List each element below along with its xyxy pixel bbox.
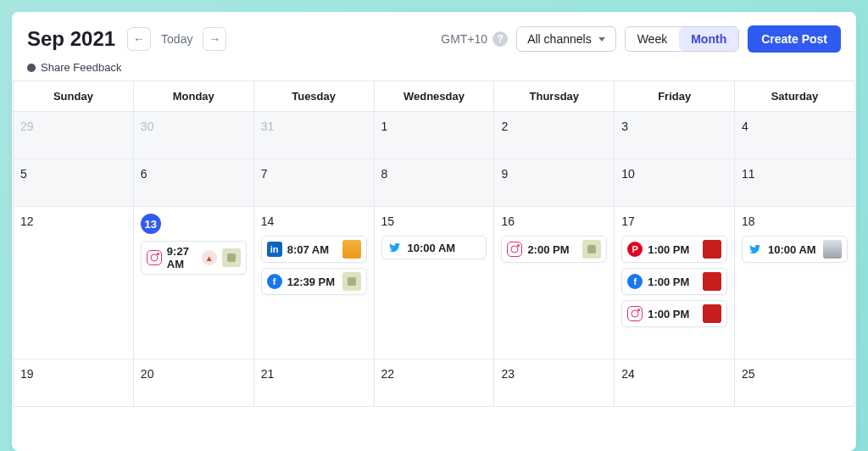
post-time: 1:00 PM: [648, 276, 689, 288]
day-cell[interactable]: 24: [615, 359, 735, 407]
day-cell[interactable]: 31: [253, 112, 374, 159]
day-cell[interactable]: 1: [374, 112, 494, 159]
post-thumbnail: [703, 240, 721, 259]
post-card[interactable]: 1:00 PM: [621, 300, 727, 327]
share-feedback-label: Share Feedback: [41, 61, 121, 74]
post-time: 10:00 AM: [408, 242, 456, 254]
calendar-panel: Sep 2021 ← Today → GMT+10 ? All channels…: [12, 12, 856, 451]
post-card[interactable]: f 12:39 PM: [261, 268, 367, 295]
post-card[interactable]: 9:27 AM ▲: [141, 241, 247, 275]
day-header: Tuesday: [253, 81, 374, 112]
day-cell[interactable]: 7: [253, 159, 374, 207]
month-title: Sep 2021: [27, 27, 115, 51]
day-number: 19: [20, 367, 34, 381]
posts-list: 9:27 AM ▲: [141, 241, 247, 275]
post-card[interactable]: 2:00 PM: [501, 236, 607, 263]
day-cell[interactable]: 22: [374, 359, 494, 407]
post-thumbnail: [342, 272, 361, 291]
next-month-button[interactable]: →: [203, 27, 226, 51]
day-number: 31: [261, 120, 275, 133]
chat-icon: [27, 64, 36, 72]
day-number: 8: [381, 167, 388, 181]
facebook-icon: f: [267, 274, 282, 289]
day-cell[interactable]: 15 10:00 AM: [374, 207, 494, 359]
post-time: 1:00 PM: [648, 243, 689, 256]
day-number: 11: [742, 167, 755, 181]
day-number: 9: [501, 167, 508, 181]
post-time: 10:00 AM: [768, 243, 816, 256]
channels-filter-button[interactable]: All channels: [516, 26, 616, 52]
linkedin-icon: in: [267, 242, 282, 257]
day-cell[interactable]: 14 in 8:07 AM f 12:39 PM: [253, 207, 374, 359]
share-feedback-link[interactable]: Share Feedback: [12, 58, 856, 81]
day-number: 17: [621, 214, 635, 228]
posts-list: 10:00 AM: [742, 236, 848, 263]
chevron-down-icon: [598, 37, 605, 42]
post-time: 12:39 PM: [287, 276, 335, 288]
post-card[interactable]: P 1:00 PM: [621, 236, 727, 263]
day-cell[interactable]: 6: [133, 159, 253, 207]
day-cell[interactable]: 16 2:00 PM: [494, 207, 615, 359]
today-button[interactable]: Today: [161, 32, 192, 46]
day-cell[interactable]: 29: [14, 112, 134, 159]
day-cell[interactable]: 3: [615, 112, 735, 159]
day-cell[interactable]: 30: [133, 112, 253, 159]
post-thumbnail: [823, 240, 842, 259]
posts-list: 2:00 PM: [501, 236, 607, 263]
instagram-icon: [507, 242, 522, 257]
post-card[interactable]: 10:00 AM: [742, 236, 848, 263]
post-card[interactable]: 10:00 AM: [381, 236, 487, 259]
post-thumbnail: [342, 240, 361, 259]
day-cell[interactable]: 10: [615, 159, 735, 207]
day-number: 12: [20, 214, 34, 228]
day-cell[interactable]: 20: [133, 359, 253, 407]
day-cell[interactable]: 8: [374, 159, 494, 207]
day-number: 5: [20, 167, 27, 181]
day-cell-today[interactable]: 13 9:27 AM ▲: [133, 207, 253, 359]
arrow-right-icon: →: [209, 32, 220, 46]
channels-filter-label: All channels: [527, 32, 592, 46]
help-icon[interactable]: ?: [492, 31, 508, 47]
timezone-label: GMT+10 ?: [441, 31, 508, 47]
create-post-button[interactable]: Create Post: [748, 25, 841, 53]
post-time: 1:00 PM: [648, 308, 689, 320]
post-time: 8:07 AM: [287, 243, 329, 256]
pinterest-icon: P: [627, 242, 643, 257]
day-number: 3: [621, 120, 628, 133]
day-cell[interactable]: 2: [494, 112, 615, 159]
day-cell[interactable]: 19: [14, 359, 134, 407]
day-cell[interactable]: 21: [253, 359, 374, 407]
posts-list: in 8:07 AM f 12:39 PM: [261, 236, 367, 295]
day-header: Wednesday: [374, 81, 494, 112]
post-card[interactable]: in 8:07 AM: [261, 236, 367, 263]
twitter-icon: [748, 242, 763, 257]
view-switch: Week Month: [625, 26, 740, 52]
today-badge: 13: [141, 214, 161, 234]
day-number: 30: [141, 120, 154, 133]
day-header: Friday: [615, 81, 735, 112]
day-cell[interactable]: 12: [14, 207, 134, 359]
day-cell[interactable]: 18 10:00 AM: [735, 207, 855, 359]
day-number: 24: [621, 367, 635, 381]
day-cell[interactable]: 23: [494, 359, 615, 407]
day-header: Saturday: [735, 81, 855, 112]
day-cell[interactable]: 11: [735, 159, 855, 207]
view-month-tab[interactable]: Month: [679, 27, 738, 51]
post-card[interactable]: f 1:00 PM: [621, 268, 727, 295]
alert-icon: ▲: [202, 250, 217, 265]
posts-list: P 1:00 PM f 1:00 PM 1:00 PM: [621, 236, 727, 327]
day-header: Monday: [133, 81, 253, 112]
day-number: 29: [20, 120, 34, 133]
timezone-text: GMT+10: [441, 32, 487, 46]
prev-month-button[interactable]: ←: [127, 27, 151, 51]
day-cell[interactable]: 9: [494, 159, 615, 207]
instagram-icon: [627, 306, 643, 321]
day-number: 7: [261, 167, 268, 181]
day-cell[interactable]: 4: [735, 112, 855, 159]
day-cell[interactable]: 25: [735, 359, 855, 407]
day-header: Thursday: [494, 81, 615, 112]
day-number: 1: [381, 120, 388, 133]
day-cell[interactable]: 17 P 1:00 PM f 1:00 PM: [615, 207, 735, 359]
view-week-tab[interactable]: Week: [626, 27, 680, 51]
day-cell[interactable]: 5: [14, 159, 134, 207]
